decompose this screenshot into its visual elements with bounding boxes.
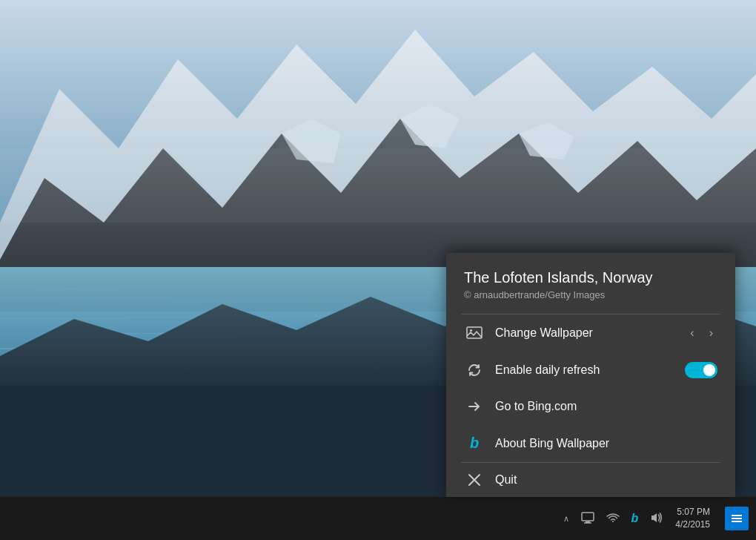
image-icon: [464, 326, 485, 340]
about-bing-wallpaper-label: About Bing Wallpaper: [495, 437, 717, 450]
about-bing-wallpaper-item[interactable]: b About Bing Wallpaper: [446, 424, 735, 462]
change-wallpaper-item[interactable]: Change Wallpaper ‹ ›: [446, 315, 735, 352]
wallpaper-arrows: ‹ ›: [686, 325, 717, 341]
svg-rect-20: [732, 518, 742, 519]
wallpaper-credit: © arnaudbertrande/Getty Images: [464, 289, 717, 300]
svg-point-23: [470, 329, 472, 332]
quit-label: Quit: [495, 473, 717, 487]
tray-wifi-icon[interactable]: [603, 510, 623, 528]
svg-rect-14: [0, 148, 756, 223]
taskbar: ∧ b: [0, 497, 756, 540]
taskbar-right: ∧ b: [560, 506, 749, 531]
context-menu: The Lofoten Islands, Norway © arnaudbert…: [446, 253, 735, 497]
tray-monitor-icon[interactable]: [578, 509, 597, 529]
tray-chevron-icon[interactable]: ∧: [560, 511, 572, 527]
arrow-right-icon: [464, 399, 485, 414]
svg-rect-21: [732, 521, 742, 522]
prev-wallpaper-button[interactable]: ‹: [686, 325, 698, 341]
tray-speaker-icon[interactable]: [647, 509, 666, 529]
clock-date: 4/2/2015: [675, 518, 710, 531]
go-to-bing-item[interactable]: Go to Bing.com: [446, 389, 735, 424]
next-wallpaper-button[interactable]: ›: [705, 325, 717, 341]
quit-item[interactable]: Quit: [446, 463, 735, 497]
menu-header: The Lofoten Islands, Norway © arnaudbert…: [446, 253, 735, 314]
svg-rect-22: [467, 327, 482, 338]
system-clock: 5:07 PM 4/2/2015: [675, 506, 710, 531]
svg-rect-15: [582, 513, 594, 521]
svg-rect-19: [732, 515, 742, 516]
change-wallpaper-label: Change Wallpaper: [495, 326, 686, 340]
tray-bing-icon[interactable]: b: [629, 509, 642, 528]
daily-refresh-toggle[interactable]: [685, 362, 717, 378]
refresh-icon: [464, 363, 485, 378]
enable-daily-refresh-item[interactable]: Enable daily refresh: [446, 352, 735, 389]
action-center-button[interactable]: [725, 507, 749, 530]
close-x-icon: [464, 473, 485, 487]
svg-marker-18: [651, 513, 657, 522]
enable-daily-refresh-label: Enable daily refresh: [495, 363, 685, 377]
bing-logo-icon: b: [464, 435, 485, 452]
wallpaper-title: The Lofoten Islands, Norway: [464, 269, 717, 286]
toggle-knob: [703, 364, 715, 376]
clock-time: 5:07 PM: [675, 506, 710, 518]
go-to-bing-label: Go to Bing.com: [495, 400, 717, 413]
